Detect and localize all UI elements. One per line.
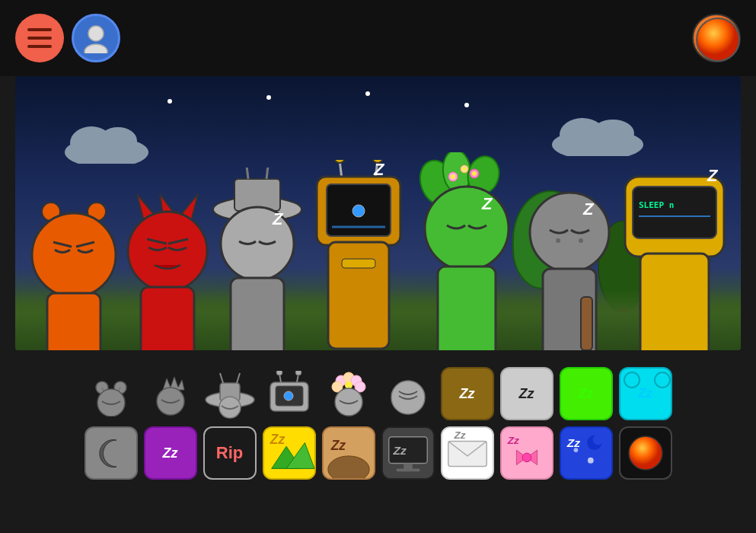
char-red-svg bbox=[126, 190, 209, 350]
zzz-gray-label: Zz bbox=[519, 386, 534, 402]
char-gray2-svg: Z bbox=[524, 168, 615, 350]
toolbar-row-1: Zz Zz Zz Zz bbox=[85, 367, 672, 420]
tool-zzz-yellow[interactable]: Zz bbox=[263, 426, 316, 480]
zzz-cyan-label: Zz bbox=[638, 386, 652, 401]
tool-zzz-monitor[interactable]: Zz bbox=[381, 426, 435, 480]
flower-head-icon bbox=[326, 370, 372, 417]
svg-text:Z: Z bbox=[707, 166, 719, 185]
svg-text:Zz: Zz bbox=[566, 436, 579, 449]
svg-point-96 bbox=[655, 372, 670, 388]
svg-line-28 bbox=[246, 168, 248, 179]
tool-robot-head[interactable] bbox=[263, 367, 316, 420]
profile-icon bbox=[81, 23, 111, 53]
tool-zzz-green[interactable]: Zz bbox=[560, 367, 613, 420]
char-green-svg: Z bbox=[415, 152, 522, 350]
svg-line-78 bbox=[237, 373, 240, 383]
rip-label: Rip bbox=[216, 443, 243, 463]
sun-button[interactable] bbox=[692, 14, 741, 62]
zzz-envelope-icon: Zz bbox=[442, 427, 493, 479]
tool-zzz-cyan[interactable]: Zz bbox=[619, 367, 672, 420]
svg-point-72 bbox=[97, 389, 125, 417]
spiky-icon bbox=[148, 371, 193, 417]
svg-point-115 bbox=[522, 453, 531, 462]
svg-point-120 bbox=[587, 458, 593, 464]
char-yellow-glasses: SLEEP n Z bbox=[617, 160, 732, 350]
tool-zzz-gray[interactable]: Zz bbox=[500, 367, 553, 420]
svg-text:Zz: Zz bbox=[506, 435, 518, 446]
char-green: Z bbox=[415, 152, 522, 350]
svg-point-82 bbox=[284, 391, 293, 401]
header-left bbox=[15, 14, 120, 62]
tool-antenna[interactable] bbox=[85, 367, 138, 420]
char-orange-svg bbox=[24, 198, 123, 350]
svg-point-1 bbox=[85, 44, 107, 53]
svg-point-119 bbox=[592, 435, 603, 445]
tool-zzz-bow[interactable]: Zz bbox=[500, 426, 553, 480]
tool-zzz-purple[interactable]: Zz bbox=[144, 426, 197, 480]
svg-point-123 bbox=[629, 436, 662, 470]
tool-zzz-tan[interactable]: Zz bbox=[322, 426, 375, 480]
zzz-tan-icon: Zz bbox=[324, 427, 374, 479]
svg-point-22 bbox=[128, 212, 207, 291]
svg-text:Zz: Zz bbox=[330, 438, 346, 453]
zzz-brown-label: Zz bbox=[460, 386, 475, 402]
svg-rect-117 bbox=[561, 428, 611, 478]
svg-rect-43 bbox=[342, 259, 375, 268]
characters: Z Z bbox=[15, 76, 741, 350]
svg-text:Z: Z bbox=[373, 160, 385, 179]
tool-rip[interactable]: Rip bbox=[203, 426, 257, 480]
zzz-yellow-icon: Zz bbox=[264, 427, 314, 479]
tool-moon[interactable] bbox=[85, 426, 138, 480]
svg-text:Zz: Zz bbox=[453, 429, 465, 441]
svg-text:SLEEP n: SLEEP n bbox=[639, 200, 674, 210]
zzz-purple-label: Zz bbox=[163, 445, 178, 461]
tool-sun-circle[interactable] bbox=[619, 426, 672, 480]
zzz-monitor-icon: Zz bbox=[383, 427, 433, 479]
svg-rect-61 bbox=[581, 297, 592, 350]
tool-plain-head[interactable] bbox=[381, 367, 435, 420]
svg-point-39 bbox=[352, 205, 365, 217]
header bbox=[0, 0, 756, 76]
sun-circle-icon bbox=[627, 434, 665, 472]
svg-rect-107 bbox=[396, 468, 419, 471]
svg-point-52 bbox=[472, 171, 477, 176]
svg-point-51 bbox=[462, 168, 466, 171]
svg-text:Zz: Zz bbox=[269, 432, 285, 447]
svg-point-56 bbox=[530, 193, 609, 272]
svg-text:Z: Z bbox=[582, 199, 595, 219]
tool-flower-head[interactable] bbox=[322, 367, 375, 420]
char-orange bbox=[24, 198, 123, 350]
char-gray1-svg: Z bbox=[212, 168, 303, 350]
sun-icon bbox=[694, 15, 742, 64]
svg-point-30 bbox=[221, 207, 294, 280]
profile-button[interactable] bbox=[72, 14, 120, 62]
tool-zzz-envelope[interactable]: Zz bbox=[441, 426, 494, 480]
svg-text:Zz: Zz bbox=[392, 444, 406, 457]
plain-head-icon bbox=[385, 373, 431, 415]
tool-zzz-blue[interactable]: Zz bbox=[560, 426, 613, 480]
zzz-green-label: Zz bbox=[579, 386, 593, 401]
svg-point-58 bbox=[579, 238, 583, 243]
svg-rect-32 bbox=[231, 278, 284, 350]
svg-point-50 bbox=[451, 174, 455, 179]
svg-point-53 bbox=[425, 187, 509, 270]
svg-point-57 bbox=[556, 238, 560, 243]
menu-button[interactable] bbox=[15, 14, 64, 62]
svg-rect-55 bbox=[438, 266, 496, 350]
zzz-blue-icon: Zz bbox=[561, 427, 611, 479]
ufo-hat-icon bbox=[203, 369, 257, 419]
tool-ufo-hat[interactable] bbox=[203, 367, 257, 420]
svg-rect-106 bbox=[404, 464, 413, 470]
svg-text:Z: Z bbox=[481, 194, 493, 213]
svg-point-84 bbox=[276, 371, 282, 375]
tool-zzz-brown[interactable]: Zz bbox=[441, 367, 494, 420]
tool-spiky[interactable] bbox=[144, 367, 197, 420]
svg-point-94 bbox=[391, 381, 425, 414]
char-yellow-svg: SLEEP n Z bbox=[617, 160, 732, 350]
char-gray-hat: Z bbox=[212, 168, 303, 350]
zzz-bow-icon: Zz bbox=[502, 427, 552, 479]
svg-line-77 bbox=[220, 373, 223, 383]
moon-icon bbox=[94, 436, 128, 471]
svg-line-29 bbox=[266, 168, 269, 179]
svg-point-93 bbox=[335, 388, 362, 416]
